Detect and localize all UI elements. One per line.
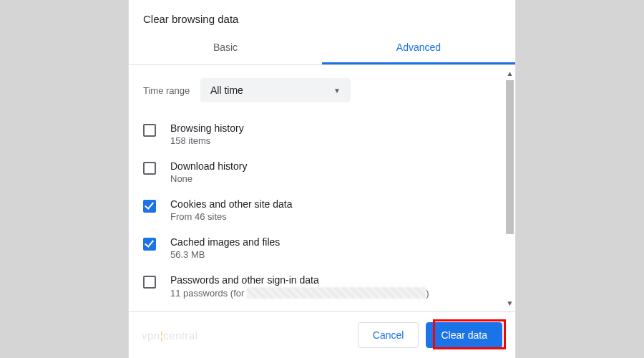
checkbox-cached[interactable] [143,238,156,251]
item-sub: 158 items [170,135,501,146]
dialog-footer: vpn¦central Cancel Clear data [129,311,515,358]
time-range-row: Time range All time ▼ [143,78,501,102]
time-range-value: All time [210,84,243,96]
checkbox-cookies[interactable] [143,200,156,213]
item-sub: From 46 sites [170,211,501,222]
dialog-title: Clear browsing data [129,0,515,32]
clear-data-button[interactable]: Clear data [426,322,502,348]
item-cookies: Cookies and other site data From 46 site… [143,191,501,229]
cancel-button[interactable]: Cancel [358,322,419,348]
item-sub: 11 passwords (for ) [170,287,501,299]
checkbox-download-history[interactable] [143,162,156,175]
button-row: Cancel Clear data [358,322,502,348]
time-range-label: Time range [143,85,200,96]
item-passwords: Passwords and other sign-in data 11 pass… [143,267,501,306]
content-scroll: Time range All time ▼ Browsing history 1… [129,65,515,311]
scrollbar[interactable]: ▲ ▼ [504,68,515,309]
scroll-thumb[interactable] [506,80,514,234]
item-title: Cookies and other site data [170,198,501,210]
checkbox-browsing-history[interactable] [143,124,156,137]
redacted-text [247,287,426,299]
tabs: Basic Advanced [129,32,515,65]
scroll-up-icon[interactable]: ▲ [504,68,515,79]
checkbox-passwords[interactable] [143,276,156,289]
item-title: Cached images and files [170,236,501,248]
item-title: Download history [170,160,501,172]
item-cached: Cached images and files 56.3 MB [143,229,501,267]
content-area: Time range All time ▼ Browsing history 1… [129,65,515,311]
scroll-down-icon[interactable]: ▼ [504,298,515,309]
item-sub: None [170,173,501,184]
chevron-down-icon: ▼ [333,87,341,95]
item-autofill: Autofill form data [143,306,501,311]
time-range-select[interactable]: All time ▼ [200,78,351,102]
item-sub: 56.3 MB [170,249,501,260]
item-download-history: Download history None [143,153,501,191]
item-title: Browsing history [170,122,501,134]
item-browsing-history: Browsing history 158 items [143,115,501,153]
clear-browsing-data-dialog: Clear browsing data Basic Advanced Time … [128,0,516,358]
tab-advanced[interactable]: Advanced [322,32,515,64]
watermark: vpn¦central [142,329,198,342]
tab-basic[interactable]: Basic [129,32,322,64]
item-title: Passwords and other sign-in data [170,274,501,286]
